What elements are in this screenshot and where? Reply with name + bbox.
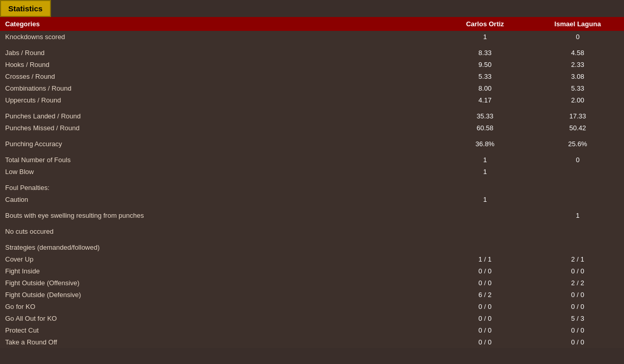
- title-bar: Statistics: [0, 0, 624, 17]
- row-col1: 4.17: [439, 94, 531, 106]
- row-col2: 4.58: [531, 47, 624, 59]
- row-col2: 3.08: [531, 71, 624, 82]
- row-label: Low Blow: [0, 166, 439, 178]
- row-label: Foul Penalties:: [0, 182, 439, 194]
- row-col2: 17.33: [531, 110, 624, 122]
- table-row: Fight Inside 0 / 0 0 / 0: [0, 265, 624, 277]
- table-row: Knockdowns scored 1 0: [0, 31, 624, 43]
- row-col1: 1 / 1: [439, 253, 531, 265]
- row-label: Take a Round Off: [0, 336, 439, 348]
- row-col1: 5.33: [439, 71, 531, 82]
- row-col2: 0 / 0: [531, 301, 624, 313]
- table-row: Go for KO 0 / 0 0 / 0: [0, 301, 624, 313]
- table-row: Go All Out for KO 0 / 0 5 / 3: [0, 313, 624, 324]
- row-col1: [439, 182, 531, 194]
- row-label: Combinations / Round: [0, 82, 439, 94]
- table-row: Fight Outside (Offensive) 0 / 0 2 / 2: [0, 277, 624, 289]
- spacer-row: [0, 134, 624, 138]
- table-row: Punches Missed / Round 60.58 50.42: [0, 122, 624, 134]
- table-row: Low Blow 1: [0, 166, 624, 178]
- table-row: Caution 1: [0, 194, 624, 205]
- row-col2: [531, 166, 624, 178]
- row-col1: 36.8%: [439, 138, 531, 150]
- row-label: Cover Up: [0, 253, 439, 265]
- table-header-row: Categories Carlos Ortiz Ismael Laguna: [0, 17, 624, 31]
- table-row: No cuts occured: [0, 226, 624, 237]
- row-label: Punches Missed / Round: [0, 122, 439, 134]
- row-col1: 60.58: [439, 122, 531, 134]
- row-col1: 0 / 0: [439, 301, 531, 313]
- row-col1: 8.33: [439, 47, 531, 59]
- row-col1: [439, 226, 531, 237]
- table-row: Strategies (demanded/followed): [0, 241, 624, 253]
- row-label: Uppercuts / Round: [0, 94, 439, 106]
- row-col2: 5.33: [531, 82, 624, 94]
- table-row: Bouts with eye swelling resulting from p…: [0, 210, 624, 221]
- table-row: Uppercuts / Round 4.17 2.00: [0, 94, 624, 106]
- row-col2: 0 / 0: [531, 336, 624, 348]
- row-col2: 0: [531, 31, 624, 43]
- row-label: Punching Accuracy: [0, 138, 439, 150]
- row-col1: [439, 241, 531, 253]
- page-title: Statistics: [0, 0, 51, 17]
- row-col2: 25.6%: [531, 138, 624, 150]
- row-col2: 0: [531, 154, 624, 166]
- row-col1: 1: [439, 166, 531, 178]
- row-label: Bouts with eye swelling resulting from p…: [0, 210, 439, 221]
- header-categories: Categories: [0, 17, 439, 31]
- row-label: Crosses / Round: [0, 71, 439, 82]
- row-label: Knockdowns scored: [0, 31, 439, 43]
- row-label: Fight Outside (Offensive): [0, 277, 439, 289]
- row-col1: [439, 210, 531, 221]
- row-col2: 50.42: [531, 122, 624, 134]
- row-col1: 8.00: [439, 82, 531, 94]
- spacer-row: [0, 221, 624, 226]
- row-col2: 0 / 0: [531, 265, 624, 277]
- row-col2: [531, 194, 624, 205]
- row-col2: 2.33: [531, 59, 624, 71]
- spacer-row: [0, 237, 624, 241]
- table-row: Jabs / Round 8.33 4.58: [0, 47, 624, 59]
- row-col2: 0 / 0: [531, 324, 624, 336]
- row-col2: 0 / 0: [531, 289, 624, 301]
- spacer-row: [0, 178, 624, 182]
- table-row: Combinations / Round 8.00 5.33: [0, 82, 624, 94]
- row-col1: 0 / 0: [439, 277, 531, 289]
- row-col1: 1: [439, 31, 531, 43]
- row-col1: 0 / 0: [439, 324, 531, 336]
- table-row: Foul Penalties:: [0, 182, 624, 194]
- row-col1: 0 / 0: [439, 313, 531, 324]
- row-label: Caution: [0, 194, 439, 205]
- table-row: Hooks / Round 9.50 2.33: [0, 59, 624, 71]
- row-label: Hooks / Round: [0, 59, 439, 71]
- row-col2: [531, 182, 624, 194]
- row-col1: 0 / 0: [439, 265, 531, 277]
- spacer-row: [0, 150, 624, 154]
- header-ismael: Ismael Laguna: [531, 17, 624, 31]
- row-label: Jabs / Round: [0, 47, 439, 59]
- row-label: No cuts occured: [0, 226, 439, 237]
- row-col2: 1: [531, 210, 624, 221]
- row-col2: [531, 241, 624, 253]
- row-col1: 0 / 0: [439, 336, 531, 348]
- table-row: Cover Up 1 / 1 2 / 1: [0, 253, 624, 265]
- table-row: Take a Round Off 0 / 0 0 / 0: [0, 336, 624, 348]
- row-label: Fight Inside: [0, 265, 439, 277]
- statistics-table: Categories Carlos Ortiz Ismael Laguna Kn…: [0, 17, 624, 348]
- row-col2: [531, 226, 624, 237]
- table-row: Protect Cut 0 / 0 0 / 0: [0, 324, 624, 336]
- table-row: Total Number of Fouls 1 0: [0, 154, 624, 166]
- row-col2: 2.00: [531, 94, 624, 106]
- row-label: Punches Landed / Round: [0, 110, 439, 122]
- row-label: Go for KO: [0, 301, 439, 313]
- row-col2: 2 / 1: [531, 253, 624, 265]
- row-col1: 9.50: [439, 59, 531, 71]
- row-label: Go All Out for KO: [0, 313, 439, 324]
- row-label: Strategies (demanded/followed): [0, 241, 439, 253]
- row-col2: 5 / 3: [531, 313, 624, 324]
- spacer-row: [0, 106, 624, 110]
- table-row: Crosses / Round 5.33 3.08: [0, 71, 624, 82]
- table-row: Fight Outside (Defensive) 6 / 2 0 / 0: [0, 289, 624, 301]
- row-label: Total Number of Fouls: [0, 154, 439, 166]
- row-col1: 1: [439, 154, 531, 166]
